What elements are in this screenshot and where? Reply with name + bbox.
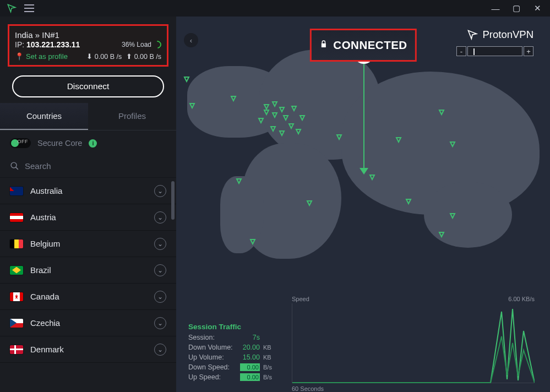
app-logo-icon — [7, 3, 17, 13]
maximize-button[interactable]: ▢ — [511, 3, 521, 13]
country-name: Austria — [30, 213, 56, 222]
up-rate: 0.00 B /s — [134, 53, 161, 61]
pin-icon: 📍 — [15, 52, 24, 61]
sidebar: India » IN#1 IP: 103.221.233.11 36% Load… — [0, 17, 176, 392]
status-text: CONNECTED — [333, 39, 407, 52]
zoom-in-button[interactable]: + — [524, 46, 533, 56]
secure-core-label: Secure Core — [37, 139, 82, 148]
zoom-out-button[interactable]: - — [456, 46, 466, 56]
flag-icon — [10, 292, 23, 301]
titlebar: — ▢ ✕ — [0, 0, 550, 17]
lock-icon — [319, 39, 328, 52]
search-icon — [10, 161, 19, 171]
country-name: Brazil — [30, 265, 51, 275]
ip-label: IP: — [15, 40, 24, 49]
up-volume-label: Up Volume: — [188, 353, 237, 361]
country-name: Canada — [30, 292, 59, 301]
up-volume-unit: KB — [263, 354, 271, 361]
speed-chart: Speed 6.00 KB/s 60 Seconds — [292, 303, 535, 383]
down-rate: 0.00 B /s — [95, 53, 122, 61]
chart-label-right: 6.00 KB/s — [508, 296, 535, 302]
brand: ProtonVPN — [467, 29, 533, 41]
brand-name: ProtonVPN — [482, 29, 533, 41]
country-item-belgium[interactable]: Belgium ⌄ — [0, 231, 176, 257]
tab-profiles[interactable]: Profiles — [88, 103, 176, 130]
chevron-down-icon[interactable]: ⌄ — [154, 344, 166, 356]
flag-icon — [10, 266, 23, 275]
session-value: 7s — [240, 334, 260, 341]
down-volume-value: 20.00 — [240, 344, 260, 351]
arrow-down-icon: ⬇ — [86, 53, 92, 61]
info-icon[interactable]: i — [89, 139, 97, 148]
traffic-title: Session Traffic — [188, 323, 282, 331]
minimize-button[interactable]: — — [491, 3, 500, 13]
country-name: Australia — [30, 186, 62, 195]
flag-icon — [10, 345, 23, 354]
scrollbar-thumb[interactable] — [171, 181, 175, 220]
up-speed-value: 0.00 — [240, 373, 260, 381]
flag-icon — [10, 239, 23, 248]
connection-status-badge: CONNECTED — [309, 29, 416, 62]
set-as-profile-link[interactable]: 📍 Set as profile — [15, 52, 68, 61]
main-panel: ‹ CONNECTED ProtonVPN - + — [176, 17, 550, 392]
flag-icon — [10, 319, 23, 328]
load-text: 36% Load — [122, 41, 151, 48]
down-speed-unit: B/s — [263, 364, 272, 371]
connection-country: India — [15, 30, 33, 40]
down-speed-label: Down Speed: — [188, 363, 237, 371]
session-traffic-panel: Session Traffic Session:7s Down Volume:2… — [188, 323, 282, 383]
svg-point-0 — [11, 162, 17, 168]
ip-value: 103.221.233.11 — [26, 40, 80, 49]
chart-x-label: 60 Seconds — [292, 385, 324, 392]
search-input[interactable] — [25, 161, 166, 171]
country-item-czechia[interactable]: Czechia ⌄ — [0, 310, 176, 336]
flag-icon — [10, 187, 23, 195]
svg-line-1 — [16, 167, 18, 170]
arrow-up-icon: ⬆ — [126, 53, 132, 61]
up-volume-value: 15.00 — [240, 353, 260, 361]
down-speed-value: 0.00 — [240, 363, 260, 371]
protonvpn-icon — [467, 29, 478, 40]
close-button[interactable]: ✕ — [532, 3, 542, 13]
down-volume-label: Down Volume: — [188, 344, 237, 351]
set-profile-label: Set as profile — [26, 52, 68, 61]
connection-card: India » IN#1 IP: 103.221.233.11 36% Load… — [8, 24, 168, 67]
chevron-down-icon[interactable]: ⌄ — [154, 317, 166, 329]
speed-sparkline — [292, 303, 535, 383]
secure-core-toggle[interactable]: OFF — [10, 138, 31, 148]
toggle-state: OFF — [18, 139, 29, 144]
session-label: Session: — [188, 334, 237, 341]
flag-icon — [10, 213, 23, 222]
chevron-down-icon[interactable]: ⌄ — [154, 291, 166, 303]
breadcrumb-separator: » — [35, 30, 40, 40]
down-volume-unit: KB — [263, 344, 271, 351]
country-item-austria[interactable]: Austria ⌄ — [0, 204, 176, 231]
country-name: Belgium — [30, 239, 60, 248]
chevron-down-icon[interactable]: ⌄ — [154, 185, 166, 197]
up-speed-unit: B/s — [263, 374, 272, 380]
chevron-down-icon[interactable]: ⌄ — [154, 211, 166, 224]
chevron-down-icon[interactable]: ⌄ — [154, 238, 166, 250]
menu-button[interactable] — [24, 4, 34, 12]
tab-countries[interactable]: Countries — [0, 103, 88, 130]
connection-server: IN#1 — [42, 30, 59, 40]
zoom-control: - + — [456, 46, 533, 56]
up-speed-label: Up Speed: — [188, 373, 237, 381]
connection-arrow-icon — [360, 168, 368, 175]
chart-label-left: Speed — [292, 296, 309, 302]
country-item-brazil[interactable]: Brazil ⌄ — [0, 257, 176, 284]
country-item-denmark[interactable]: Denmark ⌄ — [0, 336, 176, 363]
country-name: Czechia — [30, 318, 60, 328]
country-name: Denmark — [30, 345, 64, 354]
zoom-slider[interactable] — [467, 46, 522, 56]
disconnect-button[interactable]: Disconnect — [12, 75, 164, 97]
country-item-canada[interactable]: Canada ⌄ — [0, 284, 176, 310]
chevron-down-icon[interactable]: ⌄ — [154, 264, 166, 276]
connection-line — [363, 52, 364, 171]
country-list[interactable]: Australia ⌄ Austria ⌄ Belgium ⌄ Brazil ⌄… — [0, 178, 176, 392]
country-item-australia[interactable]: Australia ⌄ — [0, 178, 176, 204]
load-gauge-icon — [152, 39, 163, 50]
